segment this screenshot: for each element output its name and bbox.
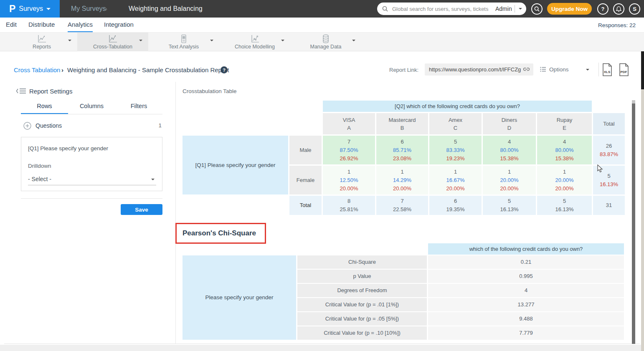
product-menu[interactable]: P Surveys xyxy=(0,0,60,18)
drilldown-label: Drilldown xyxy=(28,163,51,169)
totals-cell: 825.81% xyxy=(323,196,375,215)
save-button[interactable]: Save xyxy=(121,204,162,215)
chevron-down-icon[interactable] xyxy=(281,40,284,41)
line-chart-icon xyxy=(6,34,77,43)
content-scrollbar-thumb[interactable] xyxy=(632,104,635,344)
window-scrollbar-thumb[interactable] xyxy=(641,51,644,89)
link-icon[interactable] xyxy=(523,66,530,72)
search-input[interactable] xyxy=(392,4,490,13)
tab-rows[interactable]: Rows xyxy=(21,103,68,114)
chevron-down-icon[interactable] xyxy=(352,40,355,41)
tab-analytics[interactable]: Analytics xyxy=(68,21,93,32)
table-cell: 112.50%20.00% xyxy=(323,166,375,194)
row-label-male: Male xyxy=(289,136,322,164)
row-label-female: Female xyxy=(289,166,322,194)
svg-text:PDF: PDF xyxy=(621,70,627,74)
tab-edit[interactable]: Edit xyxy=(6,21,17,31)
analytics-toolbar: Reports Cross-Tabulation Text Analysis C… xyxy=(0,33,644,51)
breadcrumb-separator: › xyxy=(61,66,63,73)
responses-count: Responses: 22 xyxy=(598,22,636,28)
crosstab-section-title: Crosstabulation Table xyxy=(183,88,237,94)
panel-divider xyxy=(175,82,176,343)
export-xls-button[interactable]: XLS xyxy=(601,63,613,76)
question-text: [Q1] Please specify your gender xyxy=(28,145,108,152)
column-header-amex: AmexC xyxy=(429,113,482,134)
xls-file-icon: XLS xyxy=(601,63,613,76)
chevron-down-icon xyxy=(586,69,589,71)
table-cell: 480.00%15.38% xyxy=(483,136,536,164)
toolbar-item-reports[interactable]: Reports xyxy=(6,33,77,51)
search-submit-button[interactable] xyxy=(531,3,543,15)
toolbar-item-text-analysis[interactable]: Text Analysis xyxy=(148,33,219,51)
avatar-letter: S xyxy=(633,6,636,12)
topbar-breadcrumb-current: Weighting and Balancing xyxy=(129,5,203,13)
table-cell: 114.29%20.00% xyxy=(376,166,428,194)
chevron-down-icon[interactable] xyxy=(68,40,71,41)
chi-value: 13.277 xyxy=(428,298,624,311)
topbar-breadcrumb-parent[interactable]: My Surveys xyxy=(71,5,106,13)
chevron-down-icon[interactable] xyxy=(519,8,522,10)
tab-distribute[interactable]: Distribute xyxy=(28,21,55,31)
column-question-banner: [Q2] which of the following credit cards… xyxy=(323,101,592,112)
collapse-menu-icon xyxy=(16,88,27,94)
divider xyxy=(21,198,162,199)
totals-cell: 516.13% xyxy=(537,196,592,215)
survey-nav-tabs: Edit Distribute Analytics Integration Re… xyxy=(0,18,644,33)
column-header-rupay: RupayE xyxy=(537,113,592,134)
report-link-label: Report Link: xyxy=(389,67,418,73)
toolbar-item-manage-data[interactable]: Manage Data xyxy=(290,33,361,51)
report-link-field[interactable]: https://www.questionpro.com/t/lFFCZg xyxy=(425,63,533,76)
chevron-down-icon xyxy=(151,179,155,180)
tab-filters[interactable]: Filters xyxy=(115,103,162,114)
chi-value: 7.779 xyxy=(428,326,624,340)
table-cell: 685.71%23.08% xyxy=(376,136,428,164)
product-name: Surveys xyxy=(19,5,43,13)
drilldown-select[interactable]: - Select - xyxy=(28,175,156,185)
top-bar: P Surveys My Surveys › Weighting and Bal… xyxy=(0,0,644,18)
line-chart-icon xyxy=(77,34,148,43)
window-scrollbar-track[interactable] xyxy=(641,89,644,351)
options-dropdown[interactable]: Options xyxy=(540,63,594,76)
chi-value: 0.21 xyxy=(428,255,624,269)
help-button[interactable]: ? xyxy=(597,3,609,15)
table-cell: 583.33%19.23% xyxy=(429,136,482,164)
chi-value: 4 xyxy=(428,284,624,297)
export-pdf-button[interactable]: PDF xyxy=(618,63,630,76)
chi-square-table: which of the following credit cards do y… xyxy=(183,243,624,340)
chevron-down-icon[interactable] xyxy=(139,40,142,41)
chi-label: Critical Value for (p = .05 [5%]) xyxy=(297,312,427,326)
upgrade-now-button[interactable]: Upgrade Now xyxy=(547,3,592,15)
help-icon[interactable]: ? xyxy=(221,66,228,73)
notifications-button[interactable] xyxy=(613,3,624,15)
toolbar-item-choice-modelling[interactable]: Choice Modelling xyxy=(219,33,290,51)
tab-columns[interactable]: Columns xyxy=(68,103,115,114)
scrollbar-cap xyxy=(632,100,635,104)
toolbar-item-cross-tabulation[interactable]: Cross-Tabulation xyxy=(77,33,148,51)
totals-row-label: Total xyxy=(289,196,322,215)
row-total-cell: 2683.87% xyxy=(593,136,625,164)
questionpro-logo-icon: P xyxy=(9,3,15,15)
report-url[interactable]: https://www.questionpro.com/t/lFFCZg xyxy=(429,66,521,73)
global-search: Admin xyxy=(377,3,526,15)
search-scope-selector[interactable]: Admin xyxy=(495,5,512,12)
totals-cell: 722.58% xyxy=(376,196,428,215)
collapse-panel-button[interactable] xyxy=(16,88,27,94)
breadcrumb-separator: › xyxy=(105,5,107,12)
chevron-down-icon[interactable] xyxy=(210,40,213,41)
totals-cell: 619.35% xyxy=(429,196,482,215)
document-grid-icon xyxy=(148,34,219,43)
grand-total-cell: 31 xyxy=(593,196,625,215)
avatar[interactable]: S xyxy=(629,3,640,15)
svg-text:XLS: XLS xyxy=(604,70,611,74)
add-question-button[interactable] xyxy=(23,122,31,130)
column-header-visa: VISAA xyxy=(323,113,375,134)
breadcrumb-cross-tabulation-link[interactable]: Cross Tabulation xyxy=(14,66,60,73)
table-cell: 116.67%20.00% xyxy=(429,166,482,194)
chi-label: p Value xyxy=(297,270,427,283)
search-icon xyxy=(534,6,540,12)
chi-label: Critical Value for (p = .10 [10%]) xyxy=(297,326,427,340)
search-icon xyxy=(382,6,388,12)
tab-integration[interactable]: Integration xyxy=(104,21,134,31)
red-annotation-box: Pearson's Chi-Square xyxy=(175,223,266,244)
column-header-mastercard: MastercardB xyxy=(376,113,428,134)
